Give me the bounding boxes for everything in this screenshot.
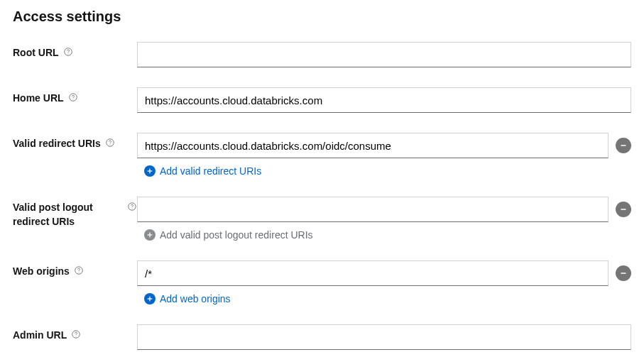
help-icon[interactable]	[63, 47, 73, 57]
svg-point-1	[67, 53, 68, 54]
svg-point-3	[72, 99, 73, 99]
valid-post-logout-redirect-uri-input[interactable]	[137, 197, 608, 222]
web-origins-label: Web origins	[13, 260, 137, 279]
add-valid-post-logout-redirect-uris-label: Add valid post logout redirect URIs	[160, 229, 313, 241]
section-title: Access settings	[13, 9, 631, 25]
field-home-url: Home URL	[13, 87, 631, 113]
field-admin-url: Admin URL	[13, 324, 631, 350]
svg-point-5	[109, 144, 110, 145]
root-url-label: Root URL	[13, 42, 137, 60]
svg-rect-6	[621, 145, 626, 146]
field-valid-redirect-uris: Valid redirect URIs Add valid redirect U…	[13, 133, 631, 177]
remove-web-origin-button[interactable]	[616, 265, 631, 281]
help-icon[interactable]	[71, 329, 81, 339]
valid-redirect-uris-label: Valid redirect URIs	[13, 133, 137, 151]
add-valid-redirect-uris-button[interactable]: Add valid redirect URIs	[144, 165, 261, 177]
svg-point-20	[76, 336, 77, 336]
svg-rect-18	[148, 298, 153, 299]
remove-valid-redirect-uri-button[interactable]	[616, 138, 631, 153]
home-url-input[interactable]	[137, 87, 631, 113]
plus-icon	[144, 293, 155, 304]
field-root-url: Root URL	[13, 42, 631, 67]
add-web-origins-label: Add web origins	[160, 293, 231, 304]
plus-icon	[144, 165, 155, 177]
valid-redirect-uri-input[interactable]	[137, 133, 608, 158]
svg-rect-13	[148, 234, 153, 235]
help-icon[interactable]	[105, 138, 115, 148]
field-valid-post-logout-redirect-uris: Valid post logout redirect URIs Add vali…	[13, 197, 631, 241]
field-web-origins: Web origins Add web origins	[13, 260, 631, 304]
web-origin-input[interactable]	[137, 260, 608, 286]
remove-valid-post-logout-redirect-uri-button[interactable]	[616, 202, 631, 217]
plus-icon	[144, 229, 155, 241]
admin-url-input[interactable]	[137, 324, 631, 350]
svg-point-10	[132, 208, 133, 209]
help-icon[interactable]	[74, 265, 84, 275]
svg-rect-16	[621, 273, 626, 274]
add-web-origins-button[interactable]: Add web origins	[144, 293, 231, 304]
root-url-input[interactable]	[137, 42, 631, 67]
home-url-label: Home URL	[13, 87, 137, 106]
help-icon[interactable]	[68, 92, 78, 102]
valid-post-logout-redirect-uris-label: Valid post logout redirect URIs	[13, 197, 137, 229]
add-valid-post-logout-redirect-uris-button[interactable]: Add valid post logout redirect URIs	[144, 229, 313, 241]
add-valid-redirect-uris-label: Add valid redirect URIs	[160, 165, 261, 177]
svg-point-15	[78, 272, 79, 273]
admin-url-label: Admin URL	[13, 324, 137, 343]
svg-rect-11	[621, 209, 626, 210]
svg-rect-8	[148, 170, 153, 171]
help-icon[interactable]	[127, 202, 137, 212]
